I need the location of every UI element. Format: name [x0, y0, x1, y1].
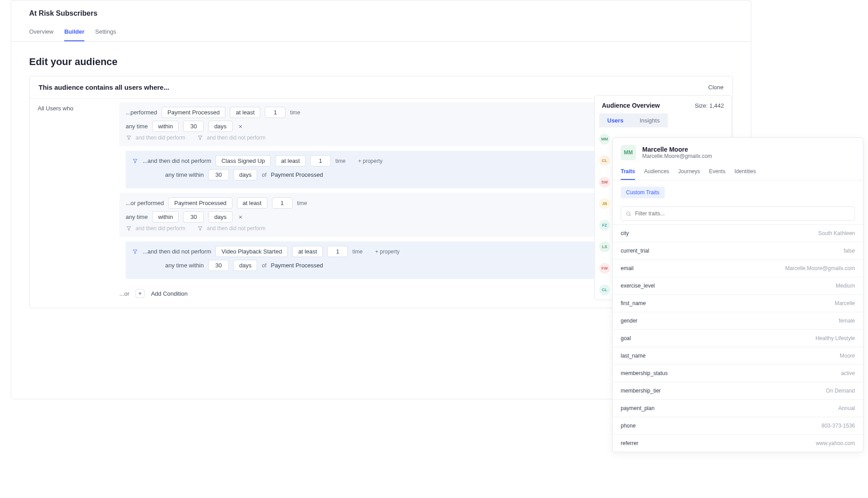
sidebar-text: All Users who	[38, 105, 73, 112]
within-op-select[interactable]: within	[152, 121, 179, 132]
user-avatar[interactable]: FW	[599, 263, 610, 274]
trait-key: first_name	[621, 300, 646, 306]
any-time-label: any time	[126, 214, 148, 220]
funnel-icon	[197, 225, 203, 232]
count-input[interactable]: 1	[327, 246, 348, 257]
within-num-input[interactable]: 30	[208, 169, 229, 180]
trait-row: membership_tierOn Demand	[613, 382, 863, 399]
within-op-select[interactable]: within	[152, 211, 179, 223]
event-select[interactable]: Class Signed Up	[215, 155, 271, 166]
profile-tab-journeys[interactable]: Journeys	[678, 168, 700, 180]
within-num-input[interactable]: 30	[183, 121, 204, 132]
user-avatar[interactable]: MM	[599, 134, 610, 144]
and-did-not-hint[interactable]: and then did not perform	[207, 135, 266, 141]
performed-label: ...performed	[126, 109, 157, 116]
within-unit-select[interactable]: days	[208, 121, 232, 132]
builder-header-title: This audience contains all users where..…	[39, 83, 169, 91]
within-num-input[interactable]: 30	[208, 260, 229, 271]
profile-tab-audiences[interactable]: Audiences	[644, 168, 669, 180]
of-label: of	[262, 172, 266, 178]
trait-row: first_nameMarcelle	[613, 294, 863, 312]
add-property-link[interactable]: + property	[358, 158, 382, 164]
trait-key: payment_plan	[621, 405, 654, 411]
user-avatar[interactable]: JB	[599, 198, 610, 209]
profile-avatar: MM	[621, 145, 636, 160]
comparator-select[interactable]: at least	[275, 155, 306, 166]
svg-marker-14	[198, 227, 202, 230]
trait-value: female	[839, 318, 855, 324]
event-select[interactable]: Payment Processed	[162, 107, 225, 118]
svg-marker-8	[133, 159, 137, 163]
trait-value: South Kathleen	[818, 230, 855, 236]
comparator-select[interactable]: at least	[230, 107, 260, 118]
trait-value: Marcelle	[835, 300, 855, 306]
any-time-within-label: any time within	[165, 262, 204, 269]
overview-tab-insights[interactable]: Insights	[631, 114, 668, 127]
profile-tab-events[interactable]: Events	[709, 168, 726, 180]
funnel-icon	[197, 135, 203, 141]
clone-button[interactable]: Clone	[708, 84, 723, 91]
remove-time-icon[interactable]: ×	[237, 123, 244, 130]
user-avatar[interactable]: CL	[599, 155, 610, 166]
any-time-within-label: any time within	[165, 171, 204, 178]
svg-marker-5	[198, 136, 202, 140]
within-num-input[interactable]: 30	[183, 211, 204, 223]
trait-row: phone803-373-1536	[613, 417, 863, 434]
trait-value: 803-373-1536	[821, 423, 855, 429]
trait-value: Annual	[838, 405, 855, 411]
count-input[interactable]: 1	[310, 155, 331, 166]
and-did-not-hint[interactable]: and then did not perform	[207, 225, 266, 232]
funnel-icon	[132, 158, 138, 164]
tab-settings[interactable]: Settings	[95, 28, 116, 41]
trait-row: genderfemale	[613, 312, 863, 329]
or-label: ...or	[119, 290, 129, 297]
overview-tab-users[interactable]: Users	[599, 114, 631, 127]
trait-value: Healthy Lifestyle	[815, 335, 855, 341]
profile-tab-traits[interactable]: Traits	[621, 168, 635, 180]
user-avatar[interactable]: FZ	[599, 220, 610, 231]
add-condition-button[interactable]: Add Condition	[151, 290, 188, 297]
tab-overview[interactable]: Overview	[29, 28, 53, 41]
section-heading: Edit your audience	[11, 42, 751, 76]
and-did-perform-hint[interactable]: and then did perform	[136, 135, 185, 141]
trait-key: email	[621, 265, 634, 271]
funnel-icon	[126, 135, 132, 141]
trait-key: last_name	[621, 353, 645, 359]
overview-title: Audience Overview	[602, 102, 660, 109]
count-input[interactable]: 1	[265, 107, 285, 118]
user-avatar[interactable]: SW	[599, 177, 610, 188]
tab-builder[interactable]: Builder	[64, 28, 84, 41]
event-select[interactable]: Payment Processed	[168, 197, 232, 209]
count-input[interactable]: 1	[272, 197, 293, 209]
trait-row: last_nameMoore	[613, 347, 863, 364]
trait-search-input[interactable]	[635, 210, 850, 217]
remove-time-icon[interactable]: ×	[237, 214, 244, 221]
user-avatar[interactable]: CL	[599, 284, 610, 295]
and-did-perform-hint[interactable]: and then did perform	[136, 225, 185, 232]
within-unit-select[interactable]: days	[233, 260, 257, 271]
did-not-label: ...and then did not perform	[143, 248, 211, 255]
plus-icon[interactable]	[136, 289, 145, 298]
trait-search[interactable]	[621, 206, 855, 221]
time-label: time	[297, 200, 307, 206]
trait-key: current_trial	[621, 248, 649, 254]
funnel-icon	[126, 225, 132, 232]
within-unit-select[interactable]: days	[233, 169, 257, 180]
trait-row: referrerwww.yahoo.com	[613, 434, 863, 452]
trait-row: exercise_levelMedium	[613, 277, 863, 294]
custom-traits-chip[interactable]: Custom Traits	[621, 187, 665, 198]
add-property-link[interactable]: + property	[375, 249, 399, 255]
within-unit-select[interactable]: days	[208, 211, 232, 223]
time-label: time	[290, 109, 300, 116]
search-icon	[626, 211, 631, 217]
profile-name: Marcelle Moore	[642, 146, 712, 153]
profile-tab-identities[interactable]: Identities	[734, 168, 756, 180]
user-avatar[interactable]: LS	[599, 241, 610, 252]
comparator-select[interactable]: at least	[292, 246, 323, 257]
event-select[interactable]: Video Playback Started	[215, 246, 288, 257]
comparator-select[interactable]: at least	[237, 197, 267, 209]
trait-key: city	[621, 230, 629, 236]
overview-size: Size: 1,442	[695, 102, 724, 109]
or-performed-label: ...or performed	[126, 200, 164, 206]
trait-key: referrer	[621, 440, 638, 446]
